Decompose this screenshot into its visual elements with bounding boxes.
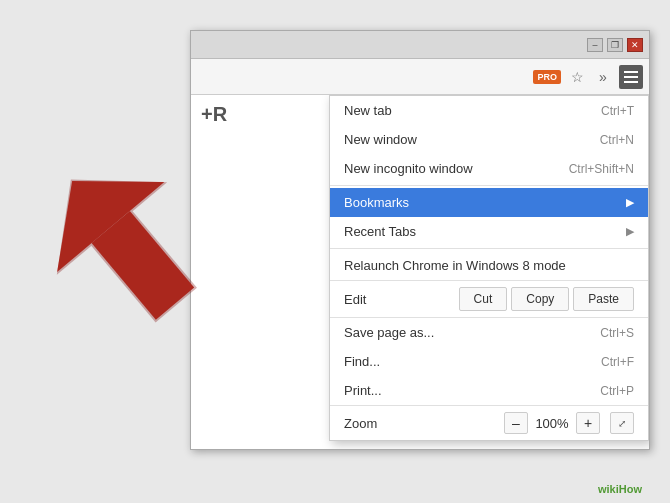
bookmarks-label: Bookmarks xyxy=(344,195,618,210)
menu-item-recent-tabs[interactable]: Recent Tabs ▶ xyxy=(330,217,648,246)
print-label: Print... xyxy=(344,383,580,398)
menu-divider-2 xyxy=(330,248,648,249)
hamburger-line-1 xyxy=(624,71,638,73)
wikihow-watermark: wikiHow xyxy=(598,483,642,495)
find-label: Find... xyxy=(344,354,581,369)
wikihow-brand: How xyxy=(619,483,642,495)
incognito-label: New incognito window xyxy=(344,161,549,176)
find-shortcut: Ctrl+F xyxy=(601,355,634,369)
menu-item-new-window[interactable]: New window Ctrl+N xyxy=(330,125,648,154)
pro-badge: PRO xyxy=(533,70,561,84)
paste-button[interactable]: Paste xyxy=(573,287,634,311)
hamburger-menu-button[interactable] xyxy=(619,65,643,89)
recent-tabs-label: Recent Tabs xyxy=(344,224,618,239)
menu-item-save[interactable]: Save page as... Ctrl+S xyxy=(330,318,648,347)
menu-item-relaunch[interactable]: Relaunch Chrome in Windows 8 mode xyxy=(330,251,648,280)
content-area: +R New tab Ctrl+T New window Ctrl+N New … xyxy=(191,95,649,449)
new-window-label: New window xyxy=(344,132,580,147)
close-button[interactable]: ✕ xyxy=(627,38,643,52)
zoom-minus-button[interactable]: – xyxy=(504,412,528,434)
wikihow-prefix: wiki xyxy=(598,483,619,495)
restore-button[interactable]: ❐ xyxy=(607,38,623,52)
zoom-value: 100% xyxy=(534,416,570,431)
cut-button[interactable]: Cut xyxy=(459,287,508,311)
hamburger-line-2 xyxy=(624,76,638,78)
plus-r-text: +R xyxy=(201,103,227,126)
save-label: Save page as... xyxy=(344,325,580,340)
zoom-controls: – 100% + ⤢ xyxy=(504,412,634,434)
menu-divider-1 xyxy=(330,185,648,186)
new-window-shortcut: Ctrl+N xyxy=(600,133,634,147)
wikihow-frame: – ❐ ✕ PRO ☆ » +R New tab Ctrl+T xyxy=(0,0,670,503)
arrow-indicator xyxy=(20,160,240,340)
context-menu: New tab Ctrl+T New window Ctrl+N New inc… xyxy=(329,95,649,441)
recent-tabs-arrow-icon: ▶ xyxy=(626,225,634,238)
title-bar: – ❐ ✕ xyxy=(191,31,649,59)
menu-item-new-tab[interactable]: New tab Ctrl+T xyxy=(330,96,648,125)
minimize-button[interactable]: – xyxy=(587,38,603,52)
new-tab-shortcut: Ctrl+T xyxy=(601,104,634,118)
menu-item-print[interactable]: Print... Ctrl+P xyxy=(330,376,648,405)
more-icon[interactable]: » xyxy=(593,67,613,87)
save-shortcut: Ctrl+S xyxy=(600,326,634,340)
browser-window: – ❐ ✕ PRO ☆ » +R New tab Ctrl+T xyxy=(190,30,650,450)
bookmarks-arrow-icon: ▶ xyxy=(626,196,634,209)
zoom-fullscreen-button[interactable]: ⤢ xyxy=(610,412,634,434)
print-shortcut: Ctrl+P xyxy=(600,384,634,398)
incognito-shortcut: Ctrl+Shift+N xyxy=(569,162,634,176)
zoom-label: Zoom xyxy=(344,416,504,431)
copy-button[interactable]: Copy xyxy=(511,287,569,311)
new-tab-label: New tab xyxy=(344,103,581,118)
menu-item-find[interactable]: Find... Ctrl+F xyxy=(330,347,648,376)
menu-item-incognito[interactable]: New incognito window Ctrl+Shift+N xyxy=(330,154,648,183)
zoom-row: Zoom – 100% + ⤢ xyxy=(330,405,648,440)
edit-label: Edit xyxy=(344,292,455,307)
edit-row: Edit Cut Copy Paste xyxy=(330,280,648,318)
zoom-plus-button[interactable]: + xyxy=(576,412,600,434)
toolbar: PRO ☆ » xyxy=(191,59,649,95)
menu-item-bookmarks[interactable]: Bookmarks ▶ xyxy=(330,188,648,217)
relaunch-label: Relaunch Chrome in Windows 8 mode xyxy=(344,258,634,273)
hamburger-line-3 xyxy=(624,81,638,83)
star-icon[interactable]: ☆ xyxy=(567,67,587,87)
